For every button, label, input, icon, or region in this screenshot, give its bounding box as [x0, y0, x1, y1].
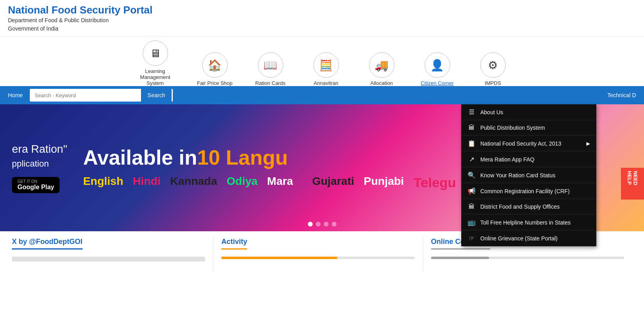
dropdown-item-nfsa[interactable]: 📋 National Food Security Act, 2013 ▶: [461, 136, 596, 152]
search-bar: Search: [30, 89, 173, 102]
nav-icon-citizen[interactable]: 👤 Citizen Corner: [418, 52, 457, 86]
fps-icon: 🏠: [202, 52, 228, 78]
nav-icon-fps-label: Fair Price Shop: [197, 80, 233, 86]
hand-pointer-icon: ☞: [468, 234, 476, 242]
document-icon: 📋: [468, 140, 476, 147]
dropdown-label-dfso: District Food and Supply Offices: [480, 203, 560, 210]
twitter-section: X by @FoodDeptGOI: [12, 238, 213, 273]
bank-icon: 🏛: [468, 124, 476, 131]
activity-section-title: Activity: [221, 238, 247, 250]
banner-left-section: era Ration" pplication GET IT ON Google …: [0, 143, 67, 193]
banner-subtitle2: pplication: [12, 159, 67, 169]
dropdown-item-grievance[interactable]: ☞ Online Grievance (State Portal): [461, 230, 596, 246]
learning-icon: 🖥: [143, 40, 168, 66]
activity-progress-fill: [221, 257, 337, 259]
banner-available-text: Available in: [83, 146, 197, 169]
dropdown-label-nfsa: National Food Security Act, 2013: [480, 140, 561, 147]
announcement-icon: 📢: [468, 187, 476, 195]
citizen-corner-dropdown: ☰ About Us 🏛 Public Distribution System …: [461, 104, 596, 246]
portal-subtitle1: Department of Food & Public Distribution: [8, 16, 636, 25]
carousel-dot-2[interactable]: [316, 222, 321, 227]
home-link[interactable]: Home: [8, 92, 23, 98]
activity-progress-bar: [221, 257, 414, 259]
dropdown-label-pds: Public Distribution System: [480, 125, 545, 131]
complaint-progress-bar: [431, 257, 624, 259]
carousel-dots: [308, 222, 337, 227]
dropdown-item-toll[interactable]: 📺 Toll Free Helpline Numbers in States: [461, 215, 596, 230]
dropdown-label-grievance: Online Grievance (State Portal): [480, 235, 558, 242]
dropdown-label-about: About Us: [480, 109, 503, 115]
carousel-dot-3[interactable]: [324, 222, 329, 227]
arrow-right-icon: ▶: [586, 141, 590, 146]
impds-icon: ⚙: [480, 52, 506, 78]
portal-title: National Food Security Portal: [8, 4, 636, 16]
carousel-dot-4[interactable]: [332, 222, 337, 227]
office-icon: 🏛: [468, 203, 476, 210]
lang-telugu: Telegu: [414, 175, 456, 190]
complaint-progress-fill: [431, 257, 489, 259]
external-link-icon: ↗: [468, 156, 476, 163]
anna-icon: 🧮: [313, 52, 339, 78]
ration-icon: 📖: [258, 52, 283, 78]
lang-marathi: Mara: [267, 175, 293, 190]
hamburger-icon: ☰: [468, 108, 476, 116]
nav-icon-ration[interactable]: 📖 Ration Cards: [251, 52, 290, 86]
nav-icon-fps[interactable]: 🏠 Fair Price Shop: [195, 52, 235, 86]
search-input[interactable]: [30, 89, 141, 102]
lang-odiya: Odiya: [227, 175, 258, 190]
dropdown-item-dfso[interactable]: 🏛 District Food and Supply Offices: [461, 199, 596, 215]
google-play-label: Google Play: [17, 184, 54, 190]
dropdown-item-pds[interactable]: 🏛 Public Distribution System: [461, 120, 596, 136]
dropdown-label-toll: Toll Free Helpline Numbers in States: [480, 219, 571, 226]
twitter-section-title: X by @FoodDeptGOI: [12, 238, 83, 250]
dropdown-item-crf[interactable]: 📢 Common Registration Facility (CRF): [461, 183, 596, 199]
technical-link[interactable]: Technical D: [607, 92, 636, 98]
search-icon: 🔍: [468, 171, 476, 179]
lang-english: English: [83, 175, 123, 190]
get-it-label: GET IT ON: [17, 179, 54, 184]
citizen-icon: 👤: [425, 52, 450, 78]
nav-icon-anna[interactable]: 🧮 Annavitran: [306, 52, 346, 86]
lang-hindi: Hindi: [133, 175, 161, 190]
dropdown-label-crf: Common Registration Facility (CRF): [480, 188, 570, 194]
banner-10-langu-text: 10 Langu: [197, 146, 288, 169]
nav-icon-citizen-label: Citizen Corner: [421, 80, 454, 86]
nav-icon-ration-label: Ration Cards: [255, 80, 286, 86]
nav-icon-alloc-label: Allocation: [370, 80, 393, 86]
alloc-icon: 🚚: [369, 52, 395, 78]
nav-icon-alloc[interactable]: 🚚 Allocation: [362, 52, 402, 86]
nav-icon-anna-label: Annavitran: [313, 80, 338, 86]
carousel-dot-1[interactable]: [308, 222, 313, 227]
dropdown-label-kyrc: Know Your Ration Card Status: [480, 172, 555, 179]
nav-icon-impds[interactable]: ⚙ IMPDS: [473, 52, 513, 86]
lang-gujarati: Gujarati: [312, 175, 354, 190]
nav-icon-impds-label: IMPDS: [485, 80, 501, 86]
banner-subtitle: era Ration": [12, 143, 67, 156]
nav-icons-bar: 🖥 Learning Management System 🏠 Fair Pric…: [0, 36, 644, 86]
lang-kannada: Kannada: [170, 175, 217, 190]
phone-icon: 📺: [468, 219, 476, 226]
dropdown-item-mera[interactable]: ↗ Mera Ration App FAQ: [461, 152, 596, 167]
nav-icon-learning[interactable]: 🖥 Learning Management System: [132, 40, 179, 86]
lang-punjabi: Punjabi: [364, 175, 404, 190]
portal-subtitle2: Government of India: [8, 25, 636, 33]
activity-section: Activity: [213, 238, 423, 273]
nav-icon-learning-label: Learning Management System: [132, 68, 179, 86]
dropdown-item-about[interactable]: ☰ About Us: [461, 104, 596, 120]
dropdown-label-mera: Mera Ration App FAQ: [480, 156, 534, 163]
google-play-button[interactable]: GET IT ON Google Play: [12, 177, 60, 193]
twitter-scroll-area[interactable]: [12, 257, 205, 273]
page-header: National Food Security Portal Department…: [0, 0, 644, 36]
dropdown-item-kyrc[interactable]: 🔍 Know Your Ration Card Status: [461, 167, 596, 183]
search-button[interactable]: Search: [141, 89, 171, 102]
blue-nav-bar: Home Search Technical D ☰ About Us 🏛 Pub…: [0, 86, 644, 104]
